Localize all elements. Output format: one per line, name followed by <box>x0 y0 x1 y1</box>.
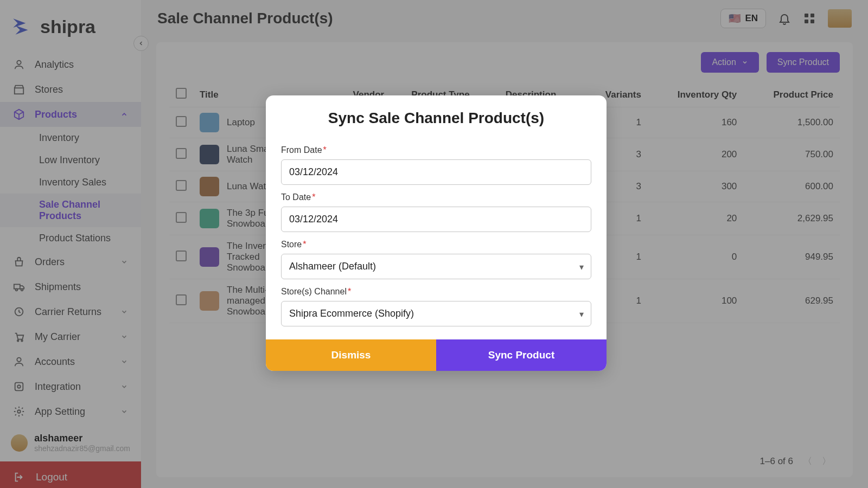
store-label: Store* <box>281 240 591 249</box>
channel-label: Store(s) Channel* <box>281 287 591 297</box>
dismiss-button[interactable]: Dismiss <box>266 339 436 371</box>
to-date-label: To Date* <box>281 192 591 202</box>
modal-sync-button[interactable]: Sync Product <box>436 339 607 371</box>
from-date-input[interactable] <box>281 159 591 185</box>
channel-select[interactable] <box>281 301 591 326</box>
store-select[interactable] <box>281 254 591 279</box>
from-date-label: From Date* <box>281 145 591 155</box>
sync-modal: Sync Sale Channel Product(s) From Date* … <box>266 95 607 371</box>
to-date-input[interactable] <box>281 207 591 232</box>
modal-title: Sync Sale Channel Product(s) <box>266 95 607 138</box>
